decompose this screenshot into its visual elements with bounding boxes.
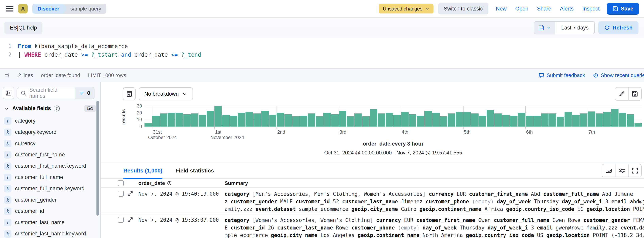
date-picker-toggle[interactable] bbox=[534, 22, 555, 34]
histogram-bar[interactable] bbox=[463, 112, 471, 127]
hide-chart-button[interactable] bbox=[123, 87, 136, 100]
histogram-bar[interactable] bbox=[417, 116, 424, 127]
keyboard-shortcuts-button[interactable] bbox=[602, 164, 615, 177]
new-link[interactable]: New bbox=[496, 6, 506, 12]
histogram-bar[interactable] bbox=[533, 116, 540, 127]
unsaved-changes-badge[interactable]: Unsaved changes bbox=[379, 4, 434, 14]
histogram-bar[interactable] bbox=[386, 113, 393, 127]
histogram-bar[interactable] bbox=[526, 116, 533, 127]
code-line[interactable]: 2| WHERE order_date >= ?_tstart and orde… bbox=[0, 51, 644, 59]
order-date-column-header[interactable]: order_date bbox=[138, 180, 165, 186]
histogram-bar[interactable] bbox=[246, 112, 253, 127]
field-filter-button[interactable]: 0 bbox=[75, 87, 94, 99]
histogram-bar[interactable] bbox=[619, 113, 626, 127]
histogram-bar[interactable] bbox=[284, 114, 292, 127]
histogram-bar[interactable] bbox=[549, 113, 556, 127]
histogram-bar[interactable] bbox=[152, 116, 160, 127]
histogram-bar[interactable] bbox=[238, 113, 245, 127]
sidebar-scrollbar[interactable] bbox=[96, 101, 99, 216]
switch-to-classic-button[interactable]: Switch to classic bbox=[438, 3, 488, 15]
histogram-bar[interactable] bbox=[144, 123, 152, 127]
histogram-bar[interactable] bbox=[308, 113, 315, 127]
tab-results[interactable]: Results (1,000) bbox=[123, 163, 162, 178]
histogram-bar[interactable] bbox=[378, 113, 385, 127]
histogram-bar[interactable] bbox=[300, 116, 307, 127]
histogram-bar[interactable] bbox=[191, 113, 198, 127]
histogram-bar[interactable] bbox=[518, 113, 525, 127]
histogram-bar[interactable] bbox=[176, 113, 183, 127]
select-all-checkbox[interactable] bbox=[118, 180, 124, 186]
field-list-item[interactable]: k currency bbox=[0, 138, 100, 149]
esql-help-button[interactable]: ES|QL help bbox=[4, 22, 42, 34]
histogram-bar[interactable] bbox=[494, 113, 502, 127]
histogram-bar[interactable] bbox=[541, 113, 548, 127]
share-link[interactable]: Share bbox=[537, 6, 551, 12]
field-list-item[interactable]: t category bbox=[0, 115, 100, 127]
histogram-bar[interactable] bbox=[588, 111, 595, 127]
histogram-bar[interactable] bbox=[269, 115, 276, 127]
search-input[interactable]: Search field names 0 bbox=[17, 87, 94, 99]
collapse-sidebar-button[interactable] bbox=[3, 87, 14, 99]
histogram-bar[interactable] bbox=[603, 112, 610, 127]
histogram-bar[interactable] bbox=[440, 116, 447, 127]
histogram-bar[interactable] bbox=[207, 111, 214, 127]
histogram-bar[interactable] bbox=[626, 114, 634, 127]
histogram-bar[interactable] bbox=[222, 115, 230, 127]
esql-editor[interactable]: 1From kibana_sample_data_ecommerce2| WHE… bbox=[0, 38, 644, 68]
field-list-item[interactable]: k customer_gender bbox=[0, 194, 100, 205]
histogram-bar[interactable] bbox=[572, 115, 580, 127]
histogram-bar[interactable] bbox=[432, 113, 440, 127]
histogram-bar[interactable] bbox=[370, 109, 377, 127]
histogram-bar[interactable] bbox=[401, 112, 408, 127]
histogram-bar[interactable] bbox=[324, 113, 331, 127]
histogram-bar[interactable] bbox=[510, 116, 517, 127]
histogram-bar[interactable] bbox=[168, 113, 175, 127]
histogram-bar[interactable] bbox=[331, 114, 338, 127]
histogram-bar[interactable] bbox=[634, 123, 642, 127]
time-range-value[interactable]: Last 7 days bbox=[555, 22, 594, 34]
histogram-bar[interactable] bbox=[456, 112, 463, 127]
tab-field-statistics[interactable]: Field statistics bbox=[176, 163, 214, 178]
histogram-bar[interactable] bbox=[409, 114, 416, 127]
open-link[interactable]: Open bbox=[515, 6, 528, 12]
histogram-bar[interactable] bbox=[596, 113, 603, 127]
histogram-bar[interactable] bbox=[254, 113, 261, 127]
space-avatar[interactable]: A bbox=[18, 4, 28, 14]
histogram-bar[interactable] bbox=[580, 113, 587, 127]
code-line[interactable]: 1From kibana_sample_data_ecommerce bbox=[0, 42, 644, 51]
available-fields-header[interactable]: Available fields ? 54 bbox=[0, 105, 100, 112]
histogram-bar[interactable] bbox=[230, 116, 238, 127]
help-icon[interactable]: ? bbox=[54, 105, 60, 111]
expand-row-icon[interactable] bbox=[128, 217, 133, 222]
histogram-bar[interactable] bbox=[362, 116, 370, 127]
histogram-bar[interactable] bbox=[502, 115, 510, 127]
breakdown-selector[interactable]: No breakdown bbox=[139, 87, 193, 100]
histogram-bar[interactable] bbox=[199, 115, 206, 127]
histogram-bar[interactable] bbox=[487, 110, 494, 127]
summary-column-header[interactable]: Summary bbox=[222, 180, 644, 186]
histogram-bar[interactable] bbox=[479, 116, 486, 127]
histogram-bar[interactable] bbox=[424, 111, 432, 127]
histogram-bar[interactable] bbox=[160, 113, 168, 127]
table-row[interactable]: Nov 7, 2024 @ 19:33:07.000 category [Wom… bbox=[101, 214, 644, 238]
menu-icon[interactable] bbox=[6, 6, 14, 12]
histogram-bar[interactable] bbox=[261, 111, 268, 127]
expand-row-icon[interactable] bbox=[128, 191, 133, 196]
histogram-bar[interactable] bbox=[354, 113, 362, 127]
field-list-item[interactable]: k customer_first_name.keyword bbox=[0, 160, 100, 172]
submit-feedback-link[interactable]: Submit feedback bbox=[539, 72, 585, 78]
save-button[interactable]: Save bbox=[607, 3, 639, 15]
refresh-button[interactable]: Refresh bbox=[598, 21, 638, 34]
field-list-item[interactable]: t customer_first_name bbox=[0, 149, 100, 160]
histogram-bar[interactable] bbox=[316, 116, 323, 127]
inspect-link[interactable]: Inspect bbox=[582, 6, 600, 12]
field-list-item[interactable]: k category.keyword bbox=[0, 127, 100, 138]
alerts-link[interactable]: Alerts bbox=[560, 6, 574, 12]
histogram-bar[interactable] bbox=[347, 116, 354, 127]
table-row[interactable]: Nov 7, 2024 @ 19:40:19.000 category [Men… bbox=[101, 188, 644, 214]
field-list-item[interactable]: t customer_last_name bbox=[0, 217, 100, 228]
histogram-bar[interactable] bbox=[277, 113, 284, 127]
edit-visualization-button[interactable] bbox=[615, 87, 628, 100]
histogram-bar[interactable] bbox=[611, 109, 618, 127]
histogram-bar[interactable] bbox=[214, 106, 222, 127]
